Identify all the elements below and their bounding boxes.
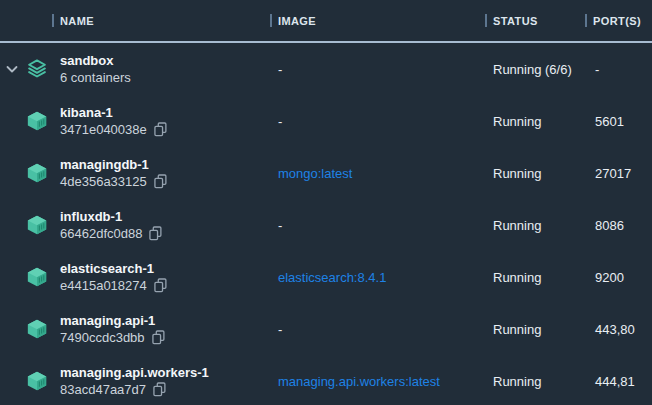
table-row[interactable]: managing.api-1 7490ccdc3dbb - Running 44… [0, 303, 652, 355]
container-cube-icon [26, 110, 48, 132]
name-text: influxdb-1 66462dfc0d88 [60, 208, 162, 242]
container-cube-icon [26, 370, 48, 392]
container-id: 3471e040038e [60, 121, 147, 138]
container-cube-icon [26, 318, 48, 340]
container-cube-icon [26, 214, 48, 236]
container-cube-icon [26, 162, 48, 184]
ports-cell: 8086 [593, 218, 652, 233]
column-header-status-label: STATUS [493, 15, 538, 27]
container-name: managing.api-1 [60, 313, 155, 328]
name-cell: kibana-1 3471e040038e [0, 104, 278, 138]
status-cell: Running (6/6) [493, 62, 593, 77]
column-header-image[interactable]: IMAGE [270, 14, 493, 27]
name-text: managing.api-1 7490ccdc3dbb [60, 312, 165, 346]
column-separator [52, 14, 54, 27]
image-cell: - [278, 62, 493, 77]
name-text: managing.api.workers-1 83acd47aa7d7 [60, 364, 209, 398]
name-cell: elasticsearch-1 e4415a018274 [0, 260, 278, 294]
table-row[interactable]: managing.api.workers-1 83acd47aa7d7 mana… [0, 355, 652, 405]
container-name: kibana-1 [60, 105, 113, 120]
status-cell: Running [493, 270, 593, 285]
name-cell: managing.api-1 7490ccdc3dbb [0, 312, 278, 346]
copy-icon[interactable] [154, 278, 167, 293]
table-body: sandbox 6 containers - Running (6/6) - [0, 43, 652, 405]
copy-icon[interactable] [154, 174, 167, 189]
container-id: 66462dfc0d88 [60, 225, 142, 242]
column-separator [270, 14, 272, 27]
column-header-name-label: NAME [60, 15, 94, 27]
status-cell: Running [493, 114, 593, 129]
column-header-name[interactable]: NAME [0, 14, 278, 27]
column-separator [585, 14, 587, 27]
container-id: 4de356a33125 [60, 173, 147, 190]
column-separator [485, 14, 487, 27]
copy-icon[interactable] [149, 226, 162, 241]
name-text: sandbox 6 containers [60, 52, 131, 86]
name-cell: sandbox 6 containers [0, 52, 278, 86]
image-cell[interactable]: managing.api.workers:latest [278, 374, 493, 389]
container-id: 83acd47aa7d7 [60, 381, 146, 398]
image-cell[interactable]: mongo:latest [278, 166, 493, 181]
containers-table: NAME IMAGE STATUS PORT(S) [0, 0, 652, 405]
copy-icon[interactable] [153, 382, 166, 397]
copy-icon[interactable] [154, 122, 167, 137]
column-header-ports-label: PORT(S) [593, 15, 641, 27]
name-cell: influxdb-1 66462dfc0d88 [0, 208, 278, 242]
copy-icon[interactable] [152, 330, 165, 345]
ports-cell: 444,81 [593, 374, 652, 389]
ports-cell: 5601 [593, 114, 652, 129]
column-header-ports[interactable]: PORT(S) [585, 14, 652, 27]
table-header: NAME IMAGE STATUS PORT(S) [0, 0, 652, 43]
status-cell: Running [493, 374, 593, 389]
ports-cell: 443,80 [593, 322, 652, 337]
name-text: elasticsearch-1 e4415a018274 [60, 260, 167, 294]
image-cell: - [278, 114, 493, 129]
container-name: managing.api.workers-1 [60, 365, 209, 380]
container-name: sandbox [60, 53, 113, 68]
container-id: 6 containers [60, 69, 131, 86]
chevron-down-icon[interactable] [6, 65, 20, 74]
container-id: e4415a018274 [60, 277, 147, 294]
container-id: 7490ccdc3dbb [60, 329, 145, 346]
ports-cell: 27017 [593, 166, 652, 181]
table-row[interactable]: sandbox 6 containers - Running (6/6) - [0, 43, 652, 95]
name-cell: managingdb-1 4de356a33125 [0, 156, 278, 190]
image-cell: - [278, 218, 493, 233]
container-name: influxdb-1 [60, 209, 122, 224]
name-cell: managing.api.workers-1 83acd47aa7d7 [0, 364, 278, 398]
status-cell: Running [493, 166, 593, 181]
ports-cell: 9200 [593, 270, 652, 285]
image-cell[interactable]: elasticsearch:8.4.1 [278, 270, 493, 285]
table-row[interactable]: managingdb-1 4de356a33125 mongo:latest R… [0, 147, 652, 199]
image-cell: - [278, 322, 493, 337]
status-cell: Running [493, 322, 593, 337]
container-cube-icon [26, 266, 48, 288]
container-name: managingdb-1 [60, 157, 149, 172]
container-name: elasticsearch-1 [60, 261, 154, 276]
column-header-image-label: IMAGE [278, 15, 316, 27]
name-text: managingdb-1 4de356a33125 [60, 156, 167, 190]
table-row[interactable]: elasticsearch-1 e4415a018274 elasticsear… [0, 251, 652, 303]
stack-icon [26, 58, 48, 80]
table-row[interactable]: influxdb-1 66462dfc0d88 - Running 8086 [0, 199, 652, 251]
column-header-status[interactable]: STATUS [485, 14, 593, 27]
ports-cell: - [593, 62, 652, 77]
status-cell: Running [493, 218, 593, 233]
table-row[interactable]: kibana-1 3471e040038e - Running 5601 [0, 95, 652, 147]
name-text: kibana-1 3471e040038e [60, 104, 167, 138]
